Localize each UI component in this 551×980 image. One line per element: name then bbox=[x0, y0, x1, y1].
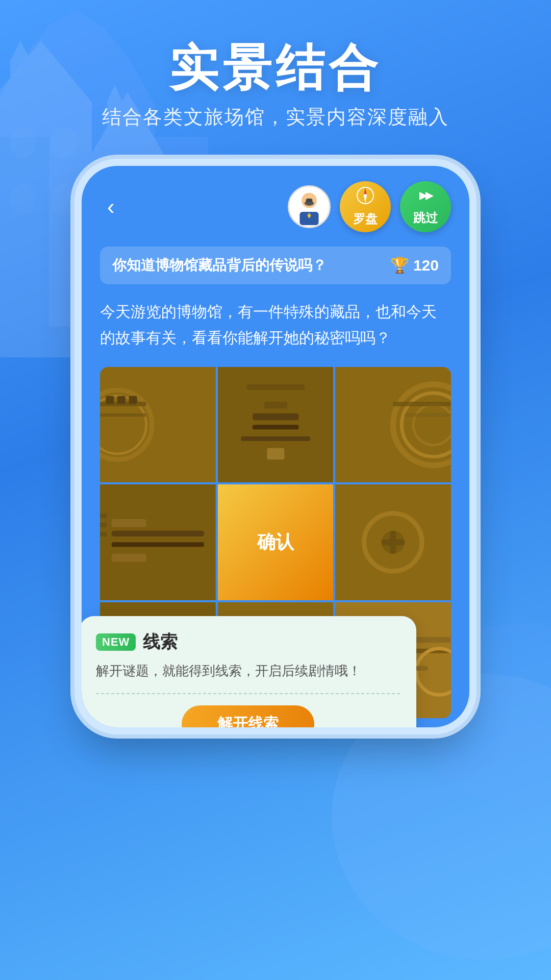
svg-rect-49 bbox=[112, 531, 204, 536]
svg-rect-39 bbox=[246, 384, 304, 390]
clue-card: NEW 线索 解开谜题，就能得到线索，开启后续剧情哦！ 解开线索 bbox=[82, 616, 416, 727]
svg-rect-30 bbox=[100, 413, 146, 416]
score-badge: 🏆 120 bbox=[390, 256, 439, 274]
svg-rect-26 bbox=[100, 367, 216, 483]
dashed-divider bbox=[96, 693, 400, 694]
description-text: 今天游览的博物馆，有一件特殊的藏品，也和今天的故事有关，看看你能解开她的秘密吗吗… bbox=[100, 299, 451, 351]
back-button[interactable]: ‹ bbox=[100, 190, 122, 224]
skip-label: 跳过 bbox=[413, 210, 438, 226]
svg-rect-35 bbox=[253, 413, 299, 420]
puzzle-area: 确认 bbox=[100, 367, 451, 718]
phone-frame: ‹ bbox=[82, 166, 469, 727]
puzzle-cell-1[interactable] bbox=[100, 367, 216, 483]
svg-rect-53 bbox=[100, 513, 107, 518]
skip-icon bbox=[416, 187, 435, 210]
svg-rect-50 bbox=[112, 543, 204, 547]
question-text: 你知道博物馆藏品背后的传说吗？ bbox=[112, 256, 327, 275]
svg-rect-19 bbox=[306, 199, 313, 202]
svg-rect-37 bbox=[264, 402, 287, 409]
score-value: 120 bbox=[413, 257, 439, 274]
sub-title: 结合各类文旅场馆，实景内容深度融入 bbox=[0, 104, 551, 130]
skip-button[interactable]: 跳过 bbox=[400, 181, 451, 232]
clue-desc: 解开谜题，就能得到线索，开启后续剧情哦！ bbox=[96, 661, 400, 681]
confirm-text[interactable]: 确认 bbox=[257, 530, 294, 555]
question-bar: 你知道博物馆藏品背后的传说吗？ 🏆 120 bbox=[100, 247, 451, 284]
svg-rect-32 bbox=[117, 396, 126, 404]
puzzle-cell-2[interactable] bbox=[218, 367, 334, 483]
trophy-icon: 🏆 bbox=[390, 256, 409, 274]
puzzle-cell-4[interactable] bbox=[100, 484, 216, 600]
new-badge: NEW bbox=[96, 633, 136, 651]
svg-point-25 bbox=[364, 194, 367, 197]
header-section: 实景结合 结合各类文旅场馆，实景内容深度融入 bbox=[0, 0, 551, 151]
main-title: 实景结合 bbox=[0, 41, 551, 95]
compass-label: 罗盘 bbox=[353, 211, 378, 227]
phone-wrapper: ‹ bbox=[0, 166, 551, 727]
phone-screen: ‹ bbox=[82, 166, 469, 727]
svg-rect-55 bbox=[100, 532, 107, 536]
puzzle-cell-3[interactable] bbox=[335, 367, 451, 483]
avatar bbox=[288, 185, 331, 228]
compass-icon bbox=[356, 186, 375, 210]
svg-rect-46 bbox=[393, 402, 451, 406]
svg-rect-36 bbox=[253, 425, 299, 429]
clue-title: 线索 bbox=[143, 630, 178, 654]
svg-rect-33 bbox=[129, 396, 137, 404]
svg-rect-41 bbox=[267, 448, 284, 459]
nav-right: 罗盘 跳过 bbox=[288, 181, 451, 232]
unlock-button[interactable]: 解开线索 bbox=[182, 705, 314, 727]
svg-rect-47 bbox=[405, 413, 451, 416]
puzzle-cell-6[interactable] bbox=[335, 484, 451, 600]
confirm-cell[interactable]: 确认 bbox=[218, 484, 334, 600]
svg-rect-52 bbox=[112, 554, 146, 562]
clue-card-top: NEW 线索 bbox=[96, 630, 400, 654]
svg-rect-61 bbox=[390, 531, 396, 554]
svg-rect-51 bbox=[112, 519, 146, 527]
svg-rect-54 bbox=[100, 523, 107, 527]
compass-button[interactable]: 罗盘 bbox=[340, 181, 391, 232]
top-nav: ‹ bbox=[100, 181, 451, 232]
svg-rect-31 bbox=[106, 396, 114, 404]
svg-rect-38 bbox=[241, 436, 310, 441]
